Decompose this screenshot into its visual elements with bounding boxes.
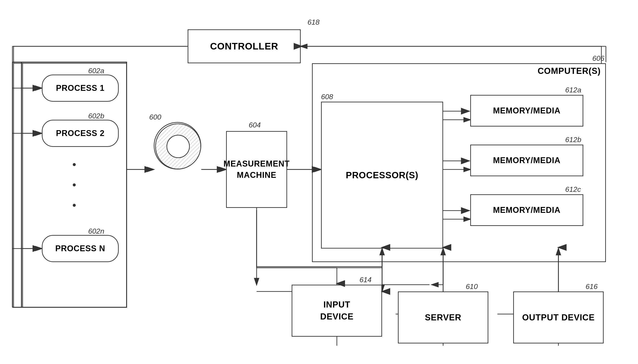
ref-608: 608 — [321, 93, 333, 101]
svg-point-44 — [167, 135, 190, 158]
server-box: SERVER — [398, 292, 488, 344]
sensor-svg — [154, 123, 201, 170]
ref-614: 614 — [359, 276, 371, 284]
memory2-box: MEMORY/MEDIA — [470, 144, 583, 176]
controller-box: CONTROLLER — [188, 29, 301, 63]
diagram: CONTROLLER 618 PROCESS 1 602a PROCESS 2 … — [0, 0, 638, 364]
ref-606: 606 — [592, 54, 604, 62]
ref-602n: 602n — [88, 227, 104, 236]
ref-612a: 612a — [565, 86, 581, 94]
ref-618: 618 — [307, 18, 319, 26]
input-device-box: INPUT DEVICE — [292, 285, 382, 337]
ref-600: 600 — [149, 113, 161, 121]
output-device-box: OUTPUT DEVICE — [513, 292, 604, 344]
processor-box: PROCESSOR(S) — [321, 102, 443, 248]
ref-616: 616 — [585, 282, 597, 291]
ref-610: 610 — [466, 282, 478, 291]
ref-602a: 602a — [88, 67, 104, 75]
dot3: • — [72, 199, 76, 211]
measurement-machine-box: MEASUREMENT MACHINE — [226, 131, 287, 208]
ref-612c: 612c — [565, 185, 581, 194]
process2-box: PROCESS 2 — [42, 120, 119, 147]
memory1-box: MEMORY/MEDIA — [470, 95, 583, 126]
memory3-box: MEMORY/MEDIA — [470, 194, 583, 226]
dot2: • — [72, 178, 76, 191]
ref-612b: 612b — [565, 136, 581, 144]
dot1: • — [72, 158, 76, 170]
ref-604: 604 — [249, 121, 261, 129]
sensor-circle — [154, 122, 201, 170]
ref-602b: 602b — [88, 112, 104, 120]
process1-box: PROCESS 1 — [42, 74, 119, 102]
processN-box: PROCESS N — [42, 235, 119, 262]
